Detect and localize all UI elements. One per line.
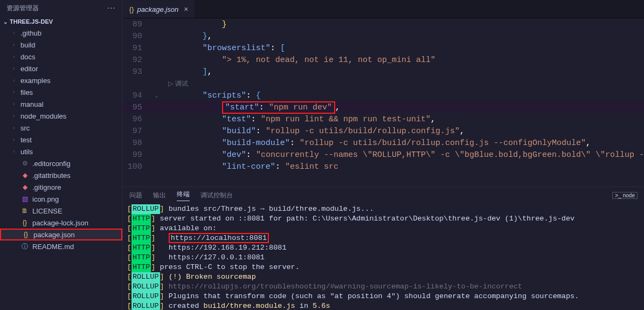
- code-content: "build-module": "rollup -c utils/build/r…: [164, 139, 591, 148]
- tab-bar: {} package.json ×: [123, 0, 644, 18]
- panel-tabs: 问题输出终端调试控制台 >_ node: [123, 187, 644, 203]
- file-label: .gitignore: [32, 183, 61, 191]
- tree-folder[interactable]: ›editor: [0, 63, 122, 74]
- project-header[interactable]: ⌄ THREE.JS-DEV: [0, 16, 122, 27]
- file-label: README.md: [32, 243, 74, 251]
- chevron-down-icon: ⌄: [3, 19, 8, 25]
- tree-folder[interactable]: ›files: [0, 86, 122, 98]
- terminal-line: [HTTP] https://localhost:8081: [127, 233, 640, 243]
- fold-gutter[interactable]: ⌄: [155, 93, 164, 99]
- line-number: 97: [123, 127, 155, 136]
- tree-folder[interactable]: ›utils: [0, 146, 122, 157]
- code-line[interactable]: 98 "build-module": "rollup -c utils/buil…: [123, 137, 644, 149]
- file-label: package-lock.json: [32, 219, 88, 227]
- code-line[interactable]: 93 ],: [123, 66, 644, 78]
- code-line[interactable]: 99 "dev": "concurrently --names \"ROLLUP…: [123, 149, 644, 161]
- more-actions-icon[interactable]: ···: [107, 3, 115, 13]
- code-line[interactable]: 96 "test": "npm run lint && npm run test…: [123, 113, 644, 125]
- tree-folder[interactable]: ›build: [0, 39, 122, 51]
- chevron-right-icon: ›: [13, 42, 19, 47]
- folder-label: manual: [20, 100, 44, 108]
- terminal-process-badge[interactable]: >_ node: [612, 192, 638, 199]
- tree-folder[interactable]: ›node_modules: [0, 110, 122, 122]
- file-icon: ⚙: [20, 160, 29, 167]
- tree-folder[interactable]: ›manual: [0, 98, 122, 110]
- explorer-sidebar: 资源管理器 ··· ⌄ THREE.JS-DEV ›.github›build›…: [0, 0, 123, 310]
- tree-file[interactable]: {}package-lock.json: [0, 217, 122, 229]
- project-name: THREE.JS-DEV: [10, 18, 53, 25]
- folder-label: utils: [20, 148, 33, 156]
- json-icon: {}: [129, 5, 134, 13]
- file-icon: {}: [22, 231, 30, 238]
- line-number: 99: [123, 150, 155, 160]
- code-line[interactable]: ▷调试: [123, 78, 644, 89]
- tree-folder[interactable]: ›.github: [0, 27, 122, 39]
- tree-file[interactable]: ⚙.editorconfig: [0, 157, 122, 169]
- panel-tab[interactable]: 输出: [153, 191, 166, 200]
- code-content: },: [164, 32, 212, 41]
- close-icon[interactable]: ×: [184, 5, 188, 13]
- tree-file[interactable]: ◆.gitignore: [0, 181, 122, 193]
- tree-file[interactable]: ◆.gitattributes: [0, 169, 122, 181]
- tree-folder[interactable]: ›src: [0, 122, 122, 134]
- debug-hint[interactable]: ▷调试: [164, 79, 188, 88]
- terminal-line: [ROLLUP] bundles src/Three.js → build/th…: [127, 204, 640, 214]
- code-line[interactable]: 92 "> 1%, not dead, not ie 11, not op_mi…: [123, 54, 644, 66]
- terminal-line: [ROLLUP] created build/three.module.js i…: [127, 301, 640, 310]
- code-line[interactable]: 90 },: [123, 30, 644, 42]
- terminal-line: [HTTP] available on:: [127, 224, 640, 233]
- line-number: 98: [123, 139, 155, 148]
- tree-file[interactable]: {}package.json: [0, 229, 122, 240]
- folder-label: src: [20, 124, 30, 132]
- line-number: 89: [123, 20, 155, 29]
- tree-file[interactable]: ⓘREADME.md: [0, 240, 122, 252]
- chevron-right-icon: ›: [13, 54, 19, 59]
- panel-tab[interactable]: 调试控制台: [200, 191, 233, 200]
- code-line[interactable]: 91 "browserslist": [: [123, 42, 644, 54]
- file-label: LICENSE: [32, 207, 63, 215]
- code-content: ],: [164, 67, 212, 77]
- folder-label: examples: [20, 77, 51, 85]
- chevron-right-icon: ›: [13, 137, 19, 142]
- tree-folder[interactable]: ›examples: [0, 74, 122, 86]
- panel-tab[interactable]: 终端: [177, 190, 190, 201]
- terminal-output[interactable]: [ROLLUP] bundles src/Three.js → build/th…: [123, 203, 644, 310]
- tab-package-json[interactable]: {} package.json ×: [123, 0, 195, 18]
- file-icon: 🗎: [20, 207, 29, 215]
- panel-right-actions: >_ node: [612, 192, 638, 199]
- code-content: "browserslist": [: [164, 44, 285, 53]
- terminal-line: [ROLLUP] (!) Broken sourcemap: [127, 272, 640, 282]
- chevron-right-icon: ›: [13, 66, 19, 71]
- file-icon: ◆: [20, 183, 29, 191]
- tree-folder[interactable]: ›docs: [0, 51, 122, 63]
- tree-folder[interactable]: ›test: [0, 134, 122, 146]
- chevron-right-icon: ›: [13, 78, 19, 83]
- main-area: {} package.json × 89 }90 },91 "browsersl…: [123, 0, 644, 310]
- code-line[interactable]: 100 "lint-core": "eslint src: [123, 161, 644, 173]
- line-number: 90: [123, 32, 155, 41]
- code-editor[interactable]: 89 }90 },91 "browserslist": [92 "> 1%, n…: [123, 18, 644, 187]
- code-line[interactable]: 95 "start": "npm run dev",: [123, 101, 644, 113]
- line-number: 93: [123, 67, 155, 77]
- panel-tab[interactable]: 问题: [129, 191, 142, 200]
- explorer-header: 资源管理器 ···: [0, 0, 122, 16]
- code-line[interactable]: 97 "build": "rollup -c utils/build/rollu…: [123, 125, 644, 137]
- code-content: "test": "npm run lint && npm run test-un…: [164, 115, 435, 124]
- code-content: "> 1%, not dead, not ie 11, not op_mini …: [164, 56, 435, 65]
- code-line[interactable]: 94⌄ "scripts": {: [123, 89, 644, 101]
- file-icon: ◆: [20, 171, 29, 179]
- chevron-right-icon: ›: [13, 30, 19, 36]
- code-content: "start": "npm run dev",: [164, 103, 340, 112]
- explorer-title: 资源管理器: [6, 4, 39, 13]
- chevron-right-icon: ›: [13, 149, 19, 154]
- terminal-line: [ROLLUP] Plugins that transform code (su…: [127, 292, 640, 301]
- process-name: node: [623, 192, 635, 198]
- code-line[interactable]: 89 }: [123, 18, 644, 30]
- line-number: 100: [123, 162, 155, 171]
- tree-file[interactable]: 🗎LICENSE: [0, 205, 122, 217]
- file-label: .gitattributes: [32, 171, 71, 180]
- folder-label: node_modules: [20, 112, 66, 120]
- code-content: "build": "rollup -c utils/build/rollup.c…: [164, 127, 465, 136]
- tree-file[interactable]: ▧icon.png: [0, 193, 122, 205]
- code-content: "lint-core": "eslint src: [164, 162, 338, 171]
